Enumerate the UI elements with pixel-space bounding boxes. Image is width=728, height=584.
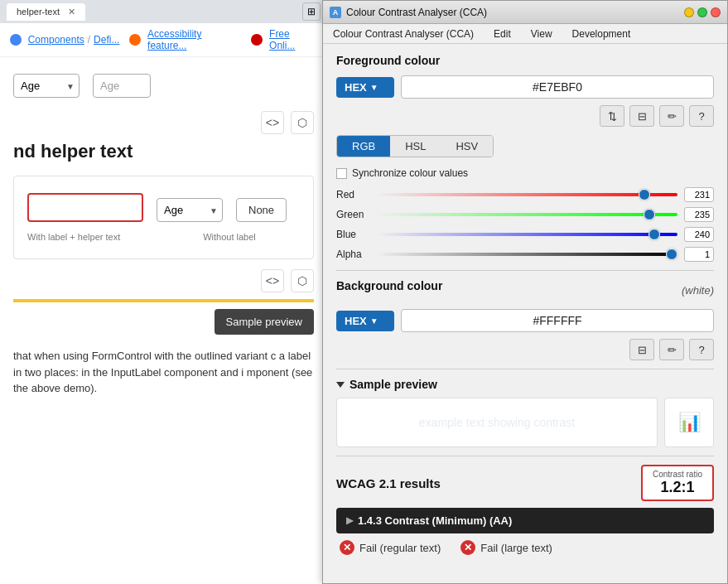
code-icon-btn[interactable]: <> (261, 111, 284, 134)
red-slider[interactable] (376, 193, 677, 196)
sliders-icon-btn[interactable]: ⊟ (629, 105, 654, 127)
breadcrumb-sep-1: / (88, 34, 90, 46)
none-input: None (236, 198, 287, 222)
cca-menubar: Colour Contrast Analyser (CCA) Edit View… (323, 24, 727, 44)
foreground-heading: Foreground colour (336, 54, 714, 67)
alpha-value[interactable] (684, 247, 714, 262)
close-btn[interactable] (711, 7, 721, 17)
section-title: nd helper text (13, 141, 314, 162)
preview-text: example text showing contrast (419, 416, 575, 429)
sync-checkbox[interactable] (336, 168, 347, 179)
tab-close-icon[interactable]: ✕ (68, 7, 75, 17)
result-large-label: Fail (large text) (480, 542, 552, 554)
sample-preview-label: Sample preview (350, 378, 437, 391)
chart-icon: 📊 (678, 412, 701, 433)
bg-hex-input[interactable] (401, 309, 714, 332)
tab-label: helper-text (17, 7, 60, 17)
browser-action-btn[interactable]: ⊞ (302, 2, 321, 21)
criterion-label: 1.4.3 Contrast (Minimum) (AA) (358, 514, 512, 527)
description-text: that when using FormControl with the out… (13, 348, 314, 397)
age-select-wrapper: Age ▼ (13, 74, 80, 98)
fg-format-arrow: ▼ (370, 83, 378, 92)
section-divider (336, 270, 714, 271)
code-icons-row: <> ⬡ (13, 111, 314, 134)
wcag-criterion-row[interactable]: ▶ 1.4.3 Contrast (Minimum) (AA) (336, 508, 714, 533)
box-icon-btn[interactable]: ⬡ (291, 111, 314, 134)
favicon-2 (129, 34, 141, 46)
green-slider[interactable] (376, 213, 677, 216)
blue-slider-row: Blue (336, 227, 714, 242)
slider-group: Red Green Blue Alpha (336, 187, 714, 262)
sync-label: Synchronize colour values (352, 167, 468, 179)
hsl-tab[interactable]: HSL (390, 136, 441, 157)
helper-label-with: With label + helper text (27, 232, 120, 242)
cca-titlebar: A Colour Contrast Analyser (CCA) (323, 1, 727, 24)
result-large-text: ✕ Fail (large text) (460, 540, 552, 555)
wcag-section: WCAG 2.1 results Contrast ratio 1.2:1 ▶ … (336, 465, 714, 555)
bg-format-arrow: ▼ (370, 316, 378, 326)
fail-icon-regular: ✕ (340, 540, 354, 555)
breadcrumb-components[interactable]: Components (28, 34, 84, 46)
age-input-highlighted[interactable] (27, 193, 143, 222)
fg-tool-icons: ⇅ ⊟ ✏ ? (336, 105, 714, 127)
fg-hex-row: HEX ▼ (336, 75, 714, 99)
preview-text-box: example text showing contrast (336, 398, 658, 447)
left-browser-panel: helper-text ✕ ⊞ Components / Defi... Acc… (0, 0, 327, 584)
bg-help-icon-btn[interactable]: ? (689, 339, 714, 360)
demo-labels: With label + helper text Without label (27, 232, 300, 242)
criterion-expand-arrow: ▶ (346, 515, 353, 526)
menu-cca[interactable]: Colour Contrast Analyser (CCA) (330, 27, 477, 41)
fg-hex-input[interactable] (401, 75, 714, 99)
maximize-btn[interactable] (697, 7, 707, 17)
demo-box: Age ▼ None With label + helper text With… (13, 176, 314, 259)
menu-development[interactable]: Development (569, 27, 634, 41)
bg-eyedropper-icon-btn[interactable]: ✏ (659, 339, 684, 360)
breadcrumb-accessibility[interactable]: Accessibility feature... (147, 28, 241, 51)
swap-icon-btn[interactable]: ⇅ (600, 105, 624, 127)
blue-slider[interactable] (376, 233, 677, 236)
show-source-button[interactable]: Sample preview (215, 309, 315, 335)
preview-chart-box: 📊 (664, 398, 714, 447)
bg-format-dropdown[interactable]: HEX ▼ (336, 311, 394, 331)
green-label: Green (336, 209, 369, 220)
alpha-slider[interactable] (376, 253, 677, 256)
menu-view[interactable]: View (528, 27, 556, 41)
eyedropper-icon-btn[interactable]: ✏ (659, 105, 684, 127)
bg-heading: Background colour (336, 279, 442, 292)
rgb-tab[interactable]: RGB (337, 136, 390, 157)
help-icon-btn[interactable]: ? (689, 105, 714, 127)
breadcrumb-defi[interactable]: Defi... (94, 34, 119, 46)
box-icon-btn-2[interactable]: ⬡ (291, 269, 314, 292)
bg-tool-icons: ⊟ ✏ ? (336, 339, 714, 360)
color-mode-tabs: RGB HSL HSV (336, 135, 494, 157)
age-select-2[interactable]: Age (157, 198, 223, 222)
minimize-btn[interactable] (684, 7, 694, 17)
code-icon-btn-2[interactable]: <> (261, 269, 284, 292)
wcag-header-row: WCAG 2.1 results Contrast ratio 1.2:1 (336, 465, 714, 501)
fg-format-dropdown[interactable]: HEX ▼ (336, 77, 394, 98)
section-divider-3 (336, 456, 714, 456)
red-slider-row: Red (336, 187, 714, 202)
blue-value[interactable] (684, 227, 714, 242)
green-value[interactable] (684, 207, 714, 222)
wcag-title: WCAG 2.1 results (336, 476, 441, 490)
red-value[interactable] (684, 187, 714, 202)
age-select[interactable]: Age (13, 74, 80, 98)
show-source-row: Sample preview (13, 309, 314, 341)
hsv-tab[interactable]: HSV (441, 136, 493, 157)
sync-checkbox-row: Synchronize colour values (336, 167, 714, 179)
background-section: Background colour (white) HEX ▼ ⊟ ✏ ? (336, 279, 714, 360)
bg-white-label: (white) (682, 284, 714, 297)
menu-edit[interactable]: Edit (490, 27, 514, 41)
cca-panel: A Colour Contrast Analyser (CCA) Colour … (322, 0, 728, 584)
window-controls (684, 7, 721, 17)
bg-hex-row: HEX ▼ (336, 309, 714, 332)
cca-title: Colour Contrast Analyser (CCA) (346, 7, 679, 18)
result-regular-text: ✕ Fail (regular text) (340, 540, 441, 555)
bg-sliders-icon-btn[interactable]: ⊟ (629, 339, 654, 360)
breadcrumb-free[interactable]: Free Onli... (269, 28, 317, 51)
sample-preview-section: Sample preview example text showing cont… (336, 378, 714, 447)
browser-tab[interactable]: helper-text ✕ (7, 3, 85, 21)
alpha-label: Alpha (336, 249, 369, 260)
sample-preview-header[interactable]: Sample preview (336, 378, 714, 391)
